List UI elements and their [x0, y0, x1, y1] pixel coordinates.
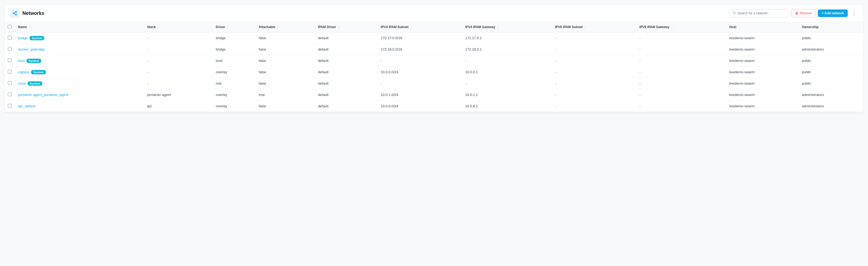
sort-stack-icon[interactable]: ↓↑ [158, 25, 159, 29]
cell-driver: overlay [213, 89, 256, 101]
row-checkbox[interactable] [8, 58, 11, 62]
row-checkbox[interactable] [8, 36, 11, 39]
horizontal-scrollbar[interactable] [5, 112, 863, 113]
cell-ipv6-gateway: - [636, 101, 726, 112]
cell-ipv4-gateway: 172.18.0.1 [462, 44, 552, 55]
cell-ipv6-subnet: - [552, 44, 636, 55]
sort-attachable-icon[interactable]: ↓↑ [277, 25, 278, 29]
sort-ipv6-gateway-icon[interactable]: ↓↑ [672, 25, 673, 29]
cell-ipv4-gateway: - [462, 55, 552, 66]
cell-name: noneSystem [15, 78, 144, 89]
system-badge: System [31, 70, 46, 74]
cell-name: ingressSystem [15, 66, 144, 78]
cell-ipv6-gateway: - [636, 78, 726, 89]
col-host: Host ↓↑ [726, 22, 799, 32]
network-name-link[interactable]: host [18, 59, 25, 63]
cell-ipv6-subnet: - [552, 89, 636, 101]
cell-attachable: false [256, 66, 315, 78]
row-checkbox[interactable] [8, 47, 11, 51]
more-options-button[interactable]: ⋮ [850, 9, 858, 17]
table-row: qt1_defaultqt1overlayfalsedefault10.0.6.… [5, 101, 863, 112]
cell-ownership: administrators [799, 44, 863, 55]
remove-button[interactable]: Remove [791, 9, 816, 17]
network-name-link[interactable]: ingress [18, 70, 29, 74]
svg-line-6 [735, 14, 736, 14]
cell-ipv6-gateway: - [636, 55, 726, 66]
cell-host: livedemo-swarm [726, 44, 799, 55]
cell-host: livedemo-swarm [726, 55, 799, 66]
network-name-link[interactable]: portainer-agent_portainer_agent [18, 93, 68, 97]
cell-attachable: false [256, 44, 315, 55]
network-name-link[interactable]: none [18, 81, 26, 85]
cell-ipv4-subnet: 10.0.1.0/24 [378, 89, 462, 101]
sort-ipam-driver-icon[interactable]: ↓↑ [338, 25, 339, 29]
networks-icon [10, 8, 20, 18]
cell-driver: null [213, 78, 256, 89]
col-ipv4-gateway: IPV4 IPAM Gateway ↓↑ [462, 22, 552, 32]
row-checkbox[interactable] [8, 104, 11, 108]
sort-name-icon[interactable]: ↓↑ [29, 25, 30, 29]
cell-stack: qt1 [144, 101, 213, 112]
cell-host: livedemo-swarm [726, 78, 799, 89]
row-checkbox[interactable] [8, 81, 11, 85]
sort-ownership-icon[interactable]: ↓↑ [820, 25, 822, 29]
cell-stack: portainer-agent [144, 89, 213, 101]
col-ipam-driver: IPAM Driver ↓↑ [315, 22, 378, 32]
table-header-row: Name ↓↑ Stack ↓↑ Driver ↓↑ Attachable ↓↑… [5, 22, 863, 32]
cell-ownership: administrators [799, 101, 863, 112]
select-all-checkbox[interactable] [8, 25, 11, 29]
networks-table: Name ↓↑ Stack ↓↑ Driver ↓↑ Attachable ↓↑… [5, 22, 863, 112]
cell-stack: - [144, 32, 213, 44]
cell-host: livedemo-swarm [726, 32, 799, 44]
network-name-link[interactable]: bridge [18, 36, 28, 40]
cell-ipv4-gateway: 10.0.1.1 [462, 89, 552, 101]
table-row: portainer-agent_portainer_agentportainer… [5, 89, 863, 101]
cell-ipam-driver: default [315, 55, 378, 66]
page-title: Networks [22, 10, 44, 16]
cell-ipv4-gateway: 172.17.0.1 [462, 32, 552, 44]
col-ipv4-subnet: IPV4 IPAM Subnet ↓↑ [378, 22, 462, 32]
cell-ipam-driver: default [315, 66, 378, 78]
cell-ipv6-subnet: - [552, 78, 636, 89]
cell-ipv6-subnet: - [552, 66, 636, 78]
svg-line-4 [14, 12, 16, 13]
cell-ipv4-subnet: 10.0.6.0/24 [378, 101, 462, 112]
system-badge: System [29, 36, 44, 40]
cell-host: livedemo-swarm [726, 101, 799, 112]
cell-ipam-driver: default [315, 78, 378, 89]
search-box[interactable] [730, 9, 789, 17]
search-input[interactable] [738, 11, 786, 15]
sort-ipv6-subnet-icon[interactable]: ↓↑ [585, 25, 586, 29]
cell-name: qt1_default [15, 101, 144, 112]
cell-attachable: true [256, 89, 315, 101]
cell-host: livedemo-swarm [726, 89, 799, 101]
col-driver: Driver ↓↑ [213, 22, 256, 32]
add-network-button[interactable]: + Add network [818, 9, 848, 17]
cell-ipv6-gateway: - [636, 89, 726, 101]
cell-attachable: false [256, 101, 315, 112]
row-checkbox[interactable] [8, 70, 11, 74]
sort-ipv4-subnet-icon[interactable]: ↓↑ [410, 25, 412, 29]
system-badge: System [26, 59, 41, 63]
cell-ipv4-subnet: 172.18.0.0/16 [378, 44, 462, 55]
network-name-link[interactable]: qt1_default [18, 104, 35, 108]
col-ownership: Ownership ↓↑ [799, 22, 863, 32]
page-header: Networks [5, 5, 863, 22]
cell-driver: bridge [213, 32, 256, 44]
cell-ipam-driver: default [315, 32, 378, 44]
sort-driver-icon[interactable]: ↓↑ [227, 25, 228, 29]
cell-ipv4-subnet: - [378, 78, 462, 89]
search-icon [733, 11, 736, 16]
sort-host-icon[interactable]: ↓↑ [739, 25, 740, 29]
cell-driver: bridge [213, 44, 256, 55]
cell-ipv6-subnet: - [552, 32, 636, 44]
sort-ipv4-gateway-icon[interactable]: ↓↑ [497, 25, 498, 29]
cell-ipam-driver: default [315, 44, 378, 55]
network-name-link[interactable]: docker_gwbridge [18, 47, 45, 51]
row-checkbox[interactable] [8, 92, 11, 96]
cell-driver: overlay [213, 101, 256, 112]
cell-ipv6-subnet: - [552, 101, 636, 112]
col-ipv6-subnet: IPV6 IPAM Subnet ↓↑ [552, 22, 636, 32]
col-attachable: Attachable ↓↑ [256, 22, 315, 32]
cell-ipv4-gateway: 10.0.6.1 [462, 101, 552, 112]
